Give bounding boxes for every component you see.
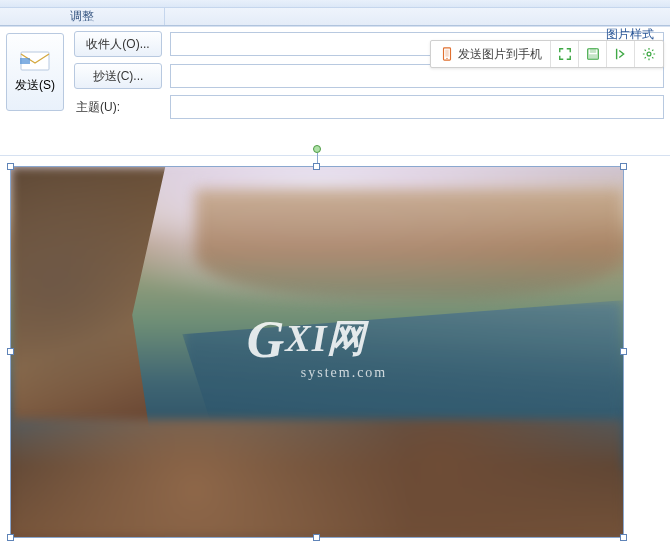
image-selection[interactable]: GXI网 system.com — [10, 166, 624, 538]
resize-handle-n[interactable] — [313, 163, 320, 170]
resize-handle-se[interactable] — [620, 534, 627, 541]
send-to-phone-label: 发送图片到手机 — [458, 46, 542, 63]
svg-point-6 — [647, 52, 651, 56]
hills-layer — [195, 189, 623, 300]
resize-handle-nw[interactable] — [7, 163, 14, 170]
rock-bottom-layer — [11, 419, 623, 537]
subject-input[interactable] — [170, 95, 664, 119]
save-button[interactable] — [579, 41, 607, 67]
fullscreen-icon — [558, 47, 572, 61]
subject-row: 主题(U): — [74, 95, 664, 119]
phone-send-icon — [440, 47, 454, 61]
envelope-icon — [20, 51, 50, 71]
resize-handle-s[interactable] — [313, 534, 320, 541]
resize-handle-ne[interactable] — [620, 163, 627, 170]
to-button[interactable]: 收件人(O)... — [74, 31, 162, 57]
fullscreen-button[interactable] — [551, 41, 579, 67]
image-action-toolbar: 发送图片到手机 — [430, 40, 664, 68]
rotate-handle[interactable] — [313, 145, 321, 153]
ribbon-group-labels: 调整 — [0, 8, 670, 26]
subject-label: 主题(U): — [74, 99, 162, 116]
send-button[interactable]: 发送(S) — [6, 33, 64, 111]
svg-rect-1 — [445, 50, 449, 57]
cc-button[interactable]: 抄送(C)... — [74, 63, 162, 89]
resize-handle-w[interactable] — [7, 348, 14, 355]
adjust-group-label: 调整 — [0, 8, 165, 25]
settings-button[interactable] — [635, 41, 663, 67]
message-body[interactable]: GXI网 system.com — [0, 156, 670, 554]
inserted-image[interactable]: GXI网 system.com — [11, 167, 623, 537]
svg-rect-8 — [20, 58, 30, 64]
svg-point-2 — [446, 58, 447, 59]
svg-rect-4 — [590, 49, 595, 53]
svg-rect-5 — [589, 55, 596, 59]
send-button-label: 发送(S) — [15, 77, 55, 94]
gear-icon — [642, 47, 656, 61]
ribbon-top-strip — [0, 0, 670, 8]
send-to-phone-button[interactable]: 发送图片到手机 — [431, 41, 551, 67]
save-icon — [586, 47, 600, 61]
resize-handle-e[interactable] — [620, 348, 627, 355]
share-button[interactable] — [607, 41, 635, 67]
share-icon — [614, 47, 628, 61]
resize-handle-sw[interactable] — [7, 534, 14, 541]
